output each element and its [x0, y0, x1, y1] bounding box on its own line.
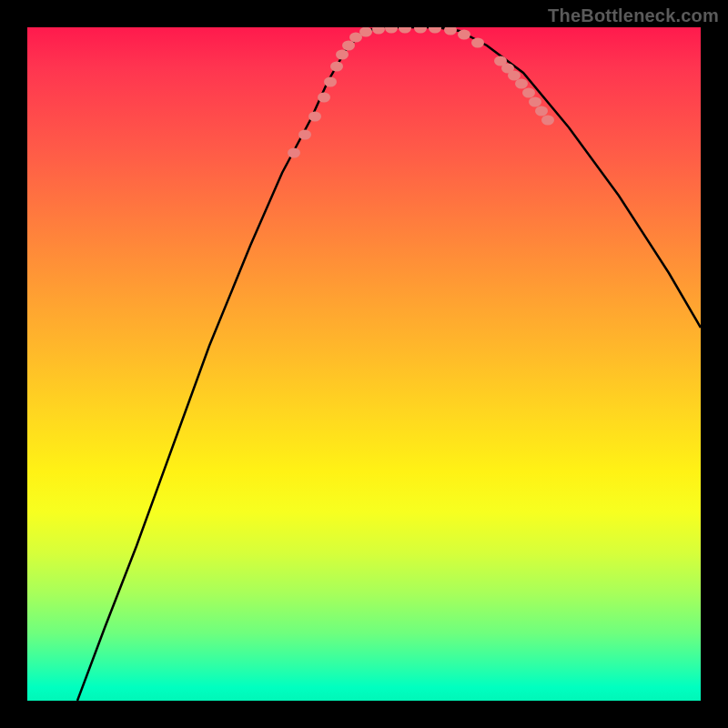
- marker-dot: [298, 130, 311, 140]
- curve-line: [77, 27, 701, 701]
- marker-dot: [385, 27, 398, 34]
- marker-dot: [471, 38, 484, 48]
- marker-dot: [429, 27, 441, 34]
- marker-dot: [399, 27, 411, 34]
- marker-dot: [535, 106, 548, 116]
- marker-dot: [318, 93, 330, 103]
- curve-markers: [288, 27, 554, 158]
- marker-dot: [515, 79, 528, 89]
- marker-dot: [372, 27, 385, 35]
- bottleneck-curve: [77, 27, 701, 701]
- marker-dot: [342, 41, 355, 51]
- watermark-text: TheBottleneck.com: [548, 5, 719, 26]
- marker-dot: [508, 71, 521, 81]
- marker-dot: [324, 77, 337, 87]
- marker-dot: [359, 27, 372, 37]
- chart-frame: TheBottleneck.com: [0, 0, 728, 728]
- marker-dot: [522, 88, 535, 98]
- marker-dot: [288, 148, 300, 158]
- marker-dot: [330, 62, 343, 72]
- marker-dot: [541, 116, 554, 126]
- chart-svg: [27, 27, 701, 701]
- marker-dot: [414, 27, 427, 34]
- marker-dot: [308, 112, 321, 122]
- marker-dot: [336, 50, 349, 60]
- marker-dot: [444, 27, 457, 35]
- marker-dot: [458, 30, 470, 40]
- marker-dot: [529, 97, 541, 107]
- plot-area: [27, 27, 701, 701]
